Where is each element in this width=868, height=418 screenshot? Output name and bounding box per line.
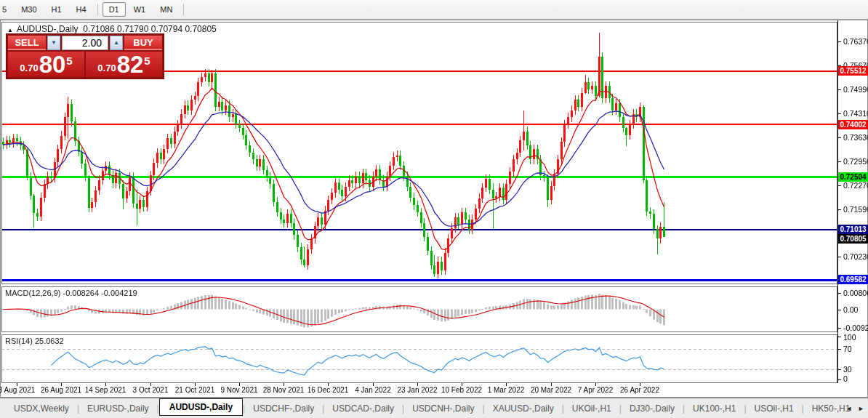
tab-usdcnh-daily[interactable]: USDCNH-,Daily: [404, 401, 482, 417]
timeframe-toolbar: 5M30H1H4D1W1MN: [0, 0, 868, 20]
timeframe-button-h4[interactable]: H4: [70, 2, 93, 17]
tab-usdchf-daily[interactable]: USDCHF-,Daily: [245, 401, 322, 417]
sell-price-main: 80: [39, 54, 66, 76]
trading-platform-window: 5M30H1H4D1W1MN ▲AUDUSD-,Daily 0.71086 0.…: [0, 0, 868, 418]
tab-usdx-weekly[interactable]: USDX,Weekly: [6, 401, 77, 417]
timeframe-button-5[interactable]: 5: [0, 2, 13, 17]
timeframe-button-h1[interactable]: H1: [45, 2, 68, 17]
tab-usdcad-daily[interactable]: USDCAD-,Daily: [324, 401, 402, 417]
sell-price-display[interactable]: 0.70 80 5: [8, 52, 84, 77]
tab-scroll-left-icon[interactable]: ◄: [845, 405, 852, 412]
timeframe-button-d1[interactable]: D1: [103, 2, 126, 17]
timeframe-button-mn[interactable]: MN: [153, 2, 179, 17]
tab-ukoil-h1[interactable]: UKOil-,H1: [564, 401, 619, 417]
tab-scroll-arrows: ◄►: [845, 405, 864, 412]
collapse-trade-panel-icon[interactable]: ▲: [7, 27, 13, 33]
one-click-trade-panel: SELL ▼ ▲ BUY 0.70 80 5 0.70 82 5: [6, 33, 164, 79]
chart-canvas[interactable]: [0, 20, 868, 418]
volume-input[interactable]: [62, 36, 108, 50]
tab-audusd-daily[interactable]: AUDUSD-,Daily: [159, 398, 243, 416]
timeframe-button-w1[interactable]: W1: [127, 2, 153, 17]
buy-price-pip: 5: [144, 55, 150, 67]
sell-price-pip: 5: [66, 55, 72, 67]
volume-decrease-button[interactable]: ▼: [47, 36, 60, 50]
buy-price-prefix: 0.70: [97, 63, 116, 73]
tab-eurusd-daily[interactable]: EURUSD-,Daily: [79, 401, 157, 417]
buy-button[interactable]: BUY: [124, 36, 162, 50]
symbol-tab-bar: USDX,Weekly|EURUSD-,Daily|AUDUSD-,Daily|…: [0, 398, 868, 418]
tab-dj30-daily[interactable]: DJ30-,Daily: [622, 401, 683, 417]
buy-price-display[interactable]: 0.70 82 5: [86, 52, 162, 77]
volume-increase-button[interactable]: ▲: [110, 36, 123, 50]
tab-xauusd-daily[interactable]: XAUUSD-,Daily: [485, 401, 562, 417]
timeframe-button-m30[interactable]: M30: [15, 2, 43, 17]
buy-price-main: 82: [117, 54, 144, 76]
sell-button[interactable]: SELL: [8, 36, 46, 50]
toolbar-separator: [97, 4, 98, 15]
tab-scroll-right-icon[interactable]: ►: [858, 405, 864, 412]
sell-price-prefix: 0.70: [20, 63, 38, 73]
tab-usoil-h1[interactable]: USOil-,H1: [747, 401, 802, 417]
toolbar-separator: [183, 4, 184, 15]
tab-uk100-h1[interactable]: UK100-,H1: [685, 401, 744, 417]
